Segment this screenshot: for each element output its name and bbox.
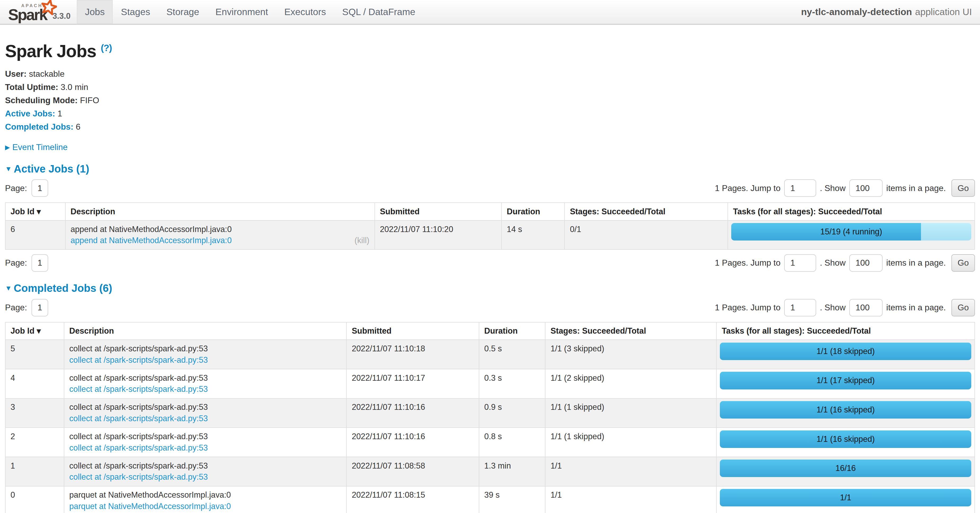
column-header-tasks[interactable]: Tasks (for all stages): Succeeded/Total bbox=[716, 322, 975, 340]
help-link[interactable]: (?) bbox=[101, 43, 112, 53]
top-navbar: APACHE Spark 3.3.0 Jobs Stages Storage E… bbox=[0, 0, 980, 25]
job-description-link[interactable]: collect at /spark-scripts/spark-ad.py:53 bbox=[69, 354, 208, 366]
collapse-arrow-icon: ▼ bbox=[5, 165, 12, 173]
tab-jobs[interactable]: Jobs bbox=[77, 0, 113, 24]
page-title: Spark Jobs (?) bbox=[5, 38, 975, 61]
job-id: 0 bbox=[5, 486, 64, 513]
column-header-submitted[interactable]: Submitted bbox=[375, 203, 501, 220]
spark-logo-mark: APACHE Spark bbox=[8, 4, 47, 21]
job-description-link[interactable]: append at NativeMethodAccessorImpl.java:… bbox=[70, 235, 232, 246]
page-input[interactable] bbox=[32, 254, 48, 272]
active-jobs-section-header[interactable]: ▼Active Jobs (1) bbox=[5, 163, 975, 175]
task-progress-bar: 1/1 (17 skipped) bbox=[720, 372, 971, 389]
application-title: ny-tlc-anomaly-detection application UI bbox=[801, 0, 980, 24]
job-description-link[interactable]: collect at /spark-scripts/spark-ad.py:53 bbox=[69, 472, 208, 483]
go-button[interactable]: Go bbox=[951, 254, 975, 272]
pagination-row: Page: 1 Pages. Jump to . Show items in a… bbox=[5, 254, 975, 272]
job-submitted: 2022/11/07 11:10:17 bbox=[347, 369, 479, 399]
column-header-tasks[interactable]: Tasks (for all stages): Succeeded/Total bbox=[728, 203, 975, 220]
summary-active-jobs: Active Jobs: 1 bbox=[5, 109, 975, 119]
completed-jobs-table: Job Id ▾ Description Submitted Duration … bbox=[5, 322, 975, 513]
job-stages: 1/1 (1 skipped) bbox=[545, 427, 716, 457]
column-header-job-id[interactable]: Job Id ▾ bbox=[5, 203, 65, 220]
go-button[interactable]: Go bbox=[951, 299, 975, 316]
column-header-job-id[interactable]: Job Id ▾ bbox=[5, 322, 64, 340]
job-row: 4 collect at /spark-scripts/spark-ad.py:… bbox=[5, 369, 975, 399]
task-progress-bar: 1/1 (18 skipped) bbox=[720, 343, 971, 360]
task-progress-label: 15/19 (4 running) bbox=[731, 223, 972, 240]
show-text: . Show bbox=[820, 183, 846, 193]
job-stages: 1/1 (2 skipped) bbox=[545, 369, 716, 399]
go-button[interactable]: Go bbox=[951, 179, 975, 197]
column-header-description[interactable]: Description bbox=[65, 203, 375, 220]
page-input[interactable] bbox=[32, 179, 48, 197]
job-stages: 0/1 bbox=[565, 221, 727, 250]
completed-jobs-section-header[interactable]: ▼Completed Jobs (6) bbox=[5, 282, 975, 294]
show-items-input[interactable] bbox=[849, 299, 882, 316]
kill-link[interactable]: (kill) bbox=[354, 235, 369, 246]
tab-stages[interactable]: Stages bbox=[113, 0, 158, 24]
column-header-stages[interactable]: Stages: Succeeded/Total bbox=[565, 203, 727, 220]
page-content: Spark Jobs (?) User: stackable Total Upt… bbox=[0, 38, 980, 513]
task-progress-label: 1/1 (18 skipped) bbox=[720, 343, 971, 360]
job-duration: 0.5 s bbox=[479, 340, 545, 369]
page-label: Page: bbox=[5, 258, 27, 268]
task-progress-label: 1/1 bbox=[720, 489, 971, 507]
job-description-link[interactable]: collect at /spark-scripts/spark-ad.py:53 bbox=[69, 413, 208, 424]
column-header-submitted[interactable]: Submitted bbox=[347, 322, 479, 340]
jump-to-input[interactable] bbox=[784, 299, 816, 316]
table-header-row: Job Id ▾ Description Submitted Duration … bbox=[5, 322, 975, 340]
tab-environment[interactable]: Environment bbox=[207, 0, 276, 24]
tab-storage[interactable]: Storage bbox=[158, 0, 207, 24]
collapse-arrow-icon: ▼ bbox=[5, 284, 12, 292]
job-row: 3 collect at /spark-scripts/spark-ad.py:… bbox=[5, 399, 975, 428]
show-text: . Show bbox=[820, 303, 846, 313]
pages-jump-text: 1 Pages. Jump to bbox=[715, 183, 780, 193]
items-text: items in a page. bbox=[886, 303, 946, 313]
tab-executors[interactable]: Executors bbox=[276, 0, 334, 24]
show-text: . Show bbox=[820, 258, 846, 268]
job-tasks-cell: 1/1 (18 skipped) bbox=[716, 340, 975, 369]
job-duration: 0.9 s bbox=[479, 399, 545, 428]
job-stages: 1/1 bbox=[545, 486, 716, 513]
application-name: ny-tlc-anomaly-detection bbox=[801, 6, 912, 17]
job-description-link[interactable]: collect at /spark-scripts/spark-ad.py:53 bbox=[69, 442, 208, 454]
job-description-link[interactable]: collect at /spark-scripts/spark-ad.py:53 bbox=[69, 384, 208, 395]
expand-arrow-icon: ▶ bbox=[5, 144, 10, 151]
job-description-link[interactable]: parquet at NativeMethodAccessorImpl.java… bbox=[69, 501, 231, 512]
jump-to-input[interactable] bbox=[784, 254, 816, 272]
column-header-stages[interactable]: Stages: Succeeded/Total bbox=[545, 322, 716, 340]
column-header-duration[interactable]: Duration bbox=[479, 322, 545, 340]
completed-jobs-link[interactable]: Completed Jobs: bbox=[5, 122, 73, 132]
job-row: 2 collect at /spark-scripts/spark-ad.py:… bbox=[5, 427, 975, 457]
show-items-input[interactable] bbox=[849, 254, 882, 272]
job-id: 4 bbox=[5, 369, 64, 399]
job-description: collect at /spark-scripts/spark-ad.py:53 bbox=[69, 343, 341, 354]
job-tasks-cell: 1/1 (17 skipped) bbox=[716, 369, 975, 399]
column-header-description[interactable]: Description bbox=[64, 322, 347, 340]
job-description: collect at /spark-scripts/spark-ad.py:53 bbox=[69, 461, 341, 472]
job-submitted: 2022/11/07 11:10:18 bbox=[347, 340, 479, 369]
pages-jump-text: 1 Pages. Jump to bbox=[715, 258, 780, 268]
table-header-row: Job Id ▾ Description Submitted Duration … bbox=[5, 203, 975, 220]
show-items-input[interactable] bbox=[849, 179, 882, 197]
page-label: Page: bbox=[5, 303, 27, 313]
task-progress-label: 1/1 (16 skipped) bbox=[720, 430, 971, 448]
job-tasks-cell: 15/19 (4 running) bbox=[728, 221, 975, 250]
task-progress-bar: 16/16 bbox=[720, 459, 971, 477]
job-description: collect at /spark-scripts/spark-ad.py:53 bbox=[69, 402, 341, 413]
jump-to-input[interactable] bbox=[784, 179, 816, 197]
event-timeline-toggle[interactable]: ▶Event Timeline bbox=[5, 142, 975, 152]
page-input[interactable] bbox=[32, 299, 48, 316]
spark-logo[interactable]: APACHE Spark 3.3.0 bbox=[0, 0, 77, 24]
tab-sql-dataframe[interactable]: SQL / DataFrame bbox=[334, 0, 423, 24]
nav-tabs: Jobs Stages Storage Environment Executor… bbox=[77, 0, 423, 24]
column-header-duration[interactable]: Duration bbox=[501, 203, 565, 220]
pagination-row: Page: 1 Pages. Jump to . Show items in a… bbox=[5, 179, 975, 197]
event-timeline-link[interactable]: Event Timeline bbox=[13, 142, 68, 152]
spark-star-icon bbox=[41, 0, 57, 17]
job-summary-list: User: stackable Total Uptime: 3.0 min Sc… bbox=[5, 69, 975, 132]
active-jobs-link[interactable]: Active Jobs: bbox=[5, 109, 55, 118]
job-description-cell: collect at /spark-scripts/spark-ad.py:53… bbox=[64, 427, 347, 457]
job-description: collect at /spark-scripts/spark-ad.py:53 bbox=[69, 373, 341, 384]
